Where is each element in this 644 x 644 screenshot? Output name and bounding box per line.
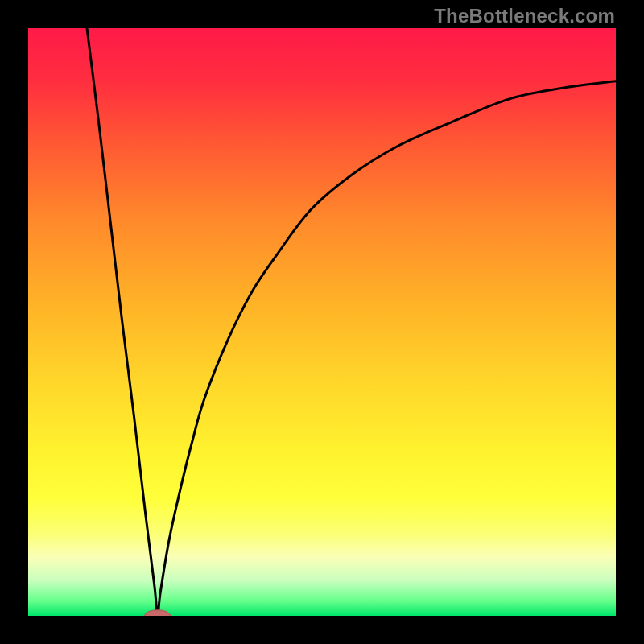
bottleneck-curve xyxy=(87,28,616,616)
bottleneck-chart-frame: TheBottleneck.com xyxy=(0,0,644,644)
plot-area xyxy=(28,28,616,616)
watermark-label: TheBottleneck.com xyxy=(434,5,615,27)
curve-layer xyxy=(28,28,616,616)
minimum-marker xyxy=(145,610,171,616)
